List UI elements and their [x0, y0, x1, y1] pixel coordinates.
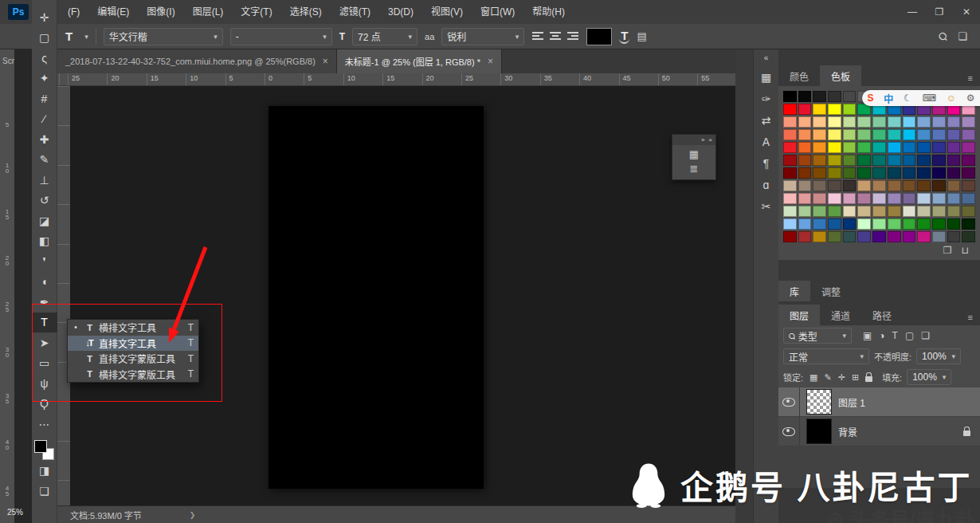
color-swatch[interactable] — [932, 129, 946, 140]
color-swatch[interactable] — [798, 142, 812, 153]
healing-brush-tool[interactable]: ✚ — [32, 129, 57, 150]
color-swatch[interactable] — [932, 231, 946, 242]
color-swatch[interactable] — [783, 91, 797, 102]
color-swatch[interactable] — [903, 193, 916, 204]
align-left-icon[interactable] — [531, 31, 544, 41]
color-swatch[interactable] — [962, 142, 975, 153]
quick-mask-button[interactable]: ◨ — [32, 461, 57, 482]
color-swatch[interactable] — [783, 129, 797, 140]
color-swatch[interactable] — [962, 167, 975, 179]
eye-icon[interactable] — [782, 427, 795, 436]
color-swatch[interactable] — [917, 142, 931, 153]
color-swatch[interactable] — [903, 167, 916, 179]
color-swatch[interactable] — [828, 167, 841, 179]
color-swatch[interactable] — [888, 180, 901, 191]
warp-text-icon[interactable]: T — [619, 29, 629, 44]
color-swatch[interactable] — [828, 116, 841, 128]
menu-select[interactable]: 选择(S) — [281, 0, 331, 24]
color-swatch[interactable] — [872, 155, 886, 166]
tab-swatches[interactable]: 色板 — [820, 65, 861, 86]
tab-adjustments[interactable]: 调整 — [810, 281, 852, 301]
layer-thumbnail[interactable] — [806, 389, 832, 415]
flyout-vertical-type-mask-tool[interactable]: T 直排文字蒙版工具 T — [68, 351, 198, 367]
menu-file[interactable]: (F) — [59, 0, 88, 24]
opacity-select[interactable]: 100% ▾ — [916, 348, 961, 364]
color-swatch[interactable] — [888, 206, 901, 217]
strip-glyphs-icon[interactable]: ɑ — [763, 179, 770, 191]
color-swatch[interactable] — [843, 218, 857, 230]
color-swatch[interactable] — [888, 129, 901, 140]
color-swatch[interactable] — [828, 180, 841, 191]
color-swatch[interactable] — [872, 180, 886, 191]
eyedropper-tool[interactable]: ∕ — [32, 109, 57, 130]
color-swatch[interactable] — [857, 180, 871, 191]
color-swatch[interactable] — [903, 218, 916, 230]
color-swatch[interactable] — [828, 218, 841, 230]
font-style-select[interactable]: - ▾ — [230, 28, 332, 45]
color-swatch[interactable] — [932, 167, 946, 179]
color-swatch[interactable] — [828, 104, 841, 115]
fill-select[interactable]: 100% ▾ — [907, 369, 951, 385]
color-swatch[interactable] — [798, 206, 812, 217]
color-swatch[interactable] — [857, 129, 871, 140]
color-swatch[interactable] — [962, 129, 975, 140]
color-swatch[interactable] — [947, 167, 961, 179]
close-icon[interactable]: × — [708, 136, 712, 144]
color-swatch[interactable] — [828, 193, 841, 204]
color-swatch[interactable] — [783, 155, 797, 166]
color-swatch[interactable] — [888, 193, 901, 204]
color-swatch[interactable] — [798, 155, 812, 166]
float-panel-list-icon[interactable]: ≣ — [690, 163, 699, 175]
color-swatch[interactable] — [843, 167, 857, 179]
color-swatch[interactable] — [872, 129, 886, 140]
minimize-button[interactable]: — — [899, 0, 926, 24]
color-swatch[interactable] — [843, 193, 857, 204]
chevron-right-icon[interactable]: ❯ — [190, 511, 196, 519]
filter-smart-objects-icon[interactable]: ❏ — [919, 330, 931, 341]
color-swatch[interactable] — [798, 167, 812, 179]
color-swatch[interactable] — [843, 180, 857, 191]
color-swatch[interactable] — [813, 193, 826, 204]
color-swatch[interactable] — [813, 218, 826, 230]
quick-selection-tool[interactable]: ✦ — [32, 69, 57, 89]
panel-menu-icon[interactable]: ≡ — [961, 70, 980, 86]
document-tab-inactive[interactable]: _2018-07-13-22-40-32-752_com.miui.home.p… — [57, 49, 337, 73]
color-swatch[interactable] — [857, 155, 871, 166]
filter-pixel-layers-icon[interactable]: ▣ — [861, 330, 873, 341]
lock-position-icon[interactable]: ✛ — [837, 372, 847, 383]
align-center-icon[interactable] — [549, 31, 562, 41]
visibility-cell[interactable] — [778, 417, 800, 446]
close-icon[interactable]: × — [488, 56, 493, 67]
color-swatch[interactable] — [798, 129, 812, 140]
color-swatch[interactable] — [783, 206, 797, 217]
color-swatch[interactable] — [872, 231, 886, 242]
color-swatch[interactable] — [947, 129, 961, 140]
color-swatch[interactable] — [888, 218, 901, 230]
menu-image[interactable]: 图像(I) — [138, 0, 183, 24]
color-swatch[interactable] — [783, 193, 797, 204]
color-swatch[interactable] — [872, 206, 886, 217]
close-icon[interactable]: × — [323, 56, 328, 67]
text-color-swatch[interactable] — [586, 28, 612, 45]
menu-filter[interactable]: 滤镜(T) — [331, 0, 379, 24]
color-swatch[interactable] — [798, 104, 812, 115]
color-swatch[interactable] — [813, 116, 826, 128]
color-swatch[interactable] — [947, 206, 961, 217]
filter-adjustment-layers-icon[interactable]: ◑ — [877, 330, 886, 341]
color-swatch[interactable] — [888, 116, 901, 128]
color-swatch[interactable] — [783, 180, 797, 191]
color-swatch[interactable] — [947, 231, 961, 242]
color-swatch[interactable] — [813, 167, 826, 179]
strip-brush-icon[interactable]: ✑ — [762, 92, 771, 105]
color-swatch[interactable] — [932, 142, 946, 153]
search-icon[interactable]: Ϙ — [935, 29, 950, 44]
color-swatch[interactable] — [828, 155, 841, 166]
menu-edit[interactable]: 编辑(E) — [88, 0, 138, 24]
color-swatch[interactable] — [828, 91, 841, 102]
color-swatch[interactable] — [872, 116, 886, 128]
color-swatch[interactable] — [903, 116, 916, 128]
color-swatch[interactable] — [917, 129, 931, 140]
color-swatch[interactable] — [843, 142, 857, 153]
color-swatch[interactable] — [783, 142, 797, 153]
flyout-horizontal-type-tool[interactable]: • T 横排文字工具 T — [68, 320, 198, 336]
